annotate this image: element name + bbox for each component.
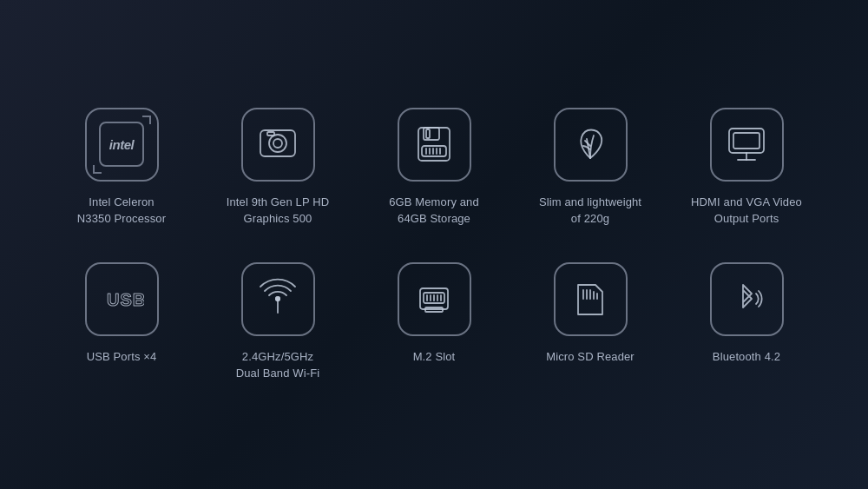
usb-icon-box: USB (85, 262, 159, 336)
graphics-label: Intel 9th Gen LP HDGraphics 500 (227, 194, 330, 228)
feature-usb: USB USB Ports ×4 (48, 262, 195, 366)
usb-label: USB Ports ×4 (87, 348, 157, 366)
sdreader-icon-box (554, 262, 628, 336)
feature-graphics: Intel 9th Gen LP HDGraphics 500 (204, 108, 352, 228)
svg-point-1 (269, 135, 286, 152)
svg-point-20 (275, 296, 280, 301)
video-label: HDMI and VGA VideoOutput Ports (691, 194, 802, 228)
feature-sdreader: Micro SD Reader (516, 262, 664, 366)
m2-icon-box (398, 262, 471, 336)
svg-rect-3 (267, 132, 274, 135)
svg-rect-6 (426, 129, 430, 138)
bluetooth-icon-box (710, 262, 784, 336)
sdreader-label: Micro SD Reader (546, 348, 635, 366)
feature-processor: intel Intel CeleronN3350 Processor (48, 108, 195, 228)
graphics-icon-box (241, 108, 315, 182)
svg-text:USB: USB (107, 290, 144, 309)
processor-icon-box: intel (85, 108, 159, 182)
feature-video: HDMI and VGA VideoOutput Ports (673, 108, 820, 228)
weight-icon-box (554, 108, 628, 182)
processor-label: Intel CeleronN3350 Processor (77, 194, 166, 228)
feature-wifi: 2.4GHz/5GHzDual Band Wi-Fi (204, 262, 352, 382)
wifi-icon-box (241, 262, 315, 336)
memory-label: 6GB Memory and64GB Storage (389, 194, 479, 228)
wifi-label: 2.4GHz/5GHzDual Band Wi-Fi (236, 348, 320, 382)
feature-memory: 6GB Memory and64GB Storage (360, 108, 508, 228)
video-icon-box (710, 108, 784, 182)
bluetooth-label: Bluetooth 4.2 (713, 348, 780, 366)
weight-label: Slim and lightweightof 220g (539, 194, 641, 228)
m2-label: M.2 Slot (413, 348, 456, 366)
svg-point-2 (273, 139, 282, 148)
feature-weight: Slim and lightweightof 220g (516, 108, 664, 228)
features-grid: intel Intel CeleronN3350 Processor Intel… (48, 108, 820, 382)
svg-rect-16 (733, 133, 760, 149)
feature-m2: M.2 Slot (360, 262, 508, 366)
feature-bluetooth: Bluetooth 4.2 (673, 262, 820, 366)
memory-icon-box (398, 108, 471, 182)
